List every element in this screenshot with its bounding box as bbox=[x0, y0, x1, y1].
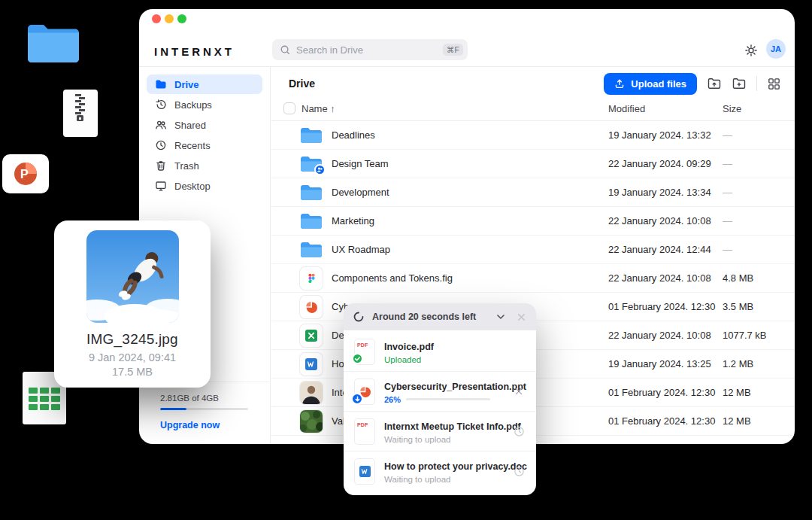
file-size: 12 MB bbox=[723, 387, 751, 398]
content-header: Drive Upload files bbox=[271, 67, 795, 100]
powerpoint-file-icon bbox=[300, 296, 323, 318]
storage-usage-label: 2.81GB of 4GB bbox=[160, 394, 248, 403]
upload-item[interactable]: Cybersecurity_Presentation.ppt 26% bbox=[344, 371, 536, 411]
file-name: Components and Tokens.fig bbox=[332, 272, 453, 284]
sidebar-item[interactable]: Trash bbox=[147, 156, 262, 175]
recents-icon bbox=[155, 139, 167, 151]
excel-file-icon bbox=[300, 324, 323, 347]
upload-progress-popup: Around 20 seconds left bbox=[344, 303, 536, 495]
image-filename: IMG_3245.jpg bbox=[54, 331, 211, 348]
internxt-logo: INTERNXT bbox=[154, 45, 235, 58]
sidebar-item-label: Trash bbox=[174, 160, 199, 172]
file-name: Design Team bbox=[332, 158, 389, 169]
table-row[interactable]: Design Team 22 January 2024. 09:29 — bbox=[271, 150, 795, 178]
upload-file-name: Invoice.pdf bbox=[384, 342, 434, 352]
table-row[interactable]: Development 19 January 2024. 13:34 — bbox=[271, 178, 795, 207]
file-name: Marketing bbox=[332, 215, 374, 227]
column-header-modified[interactable]: Modified bbox=[608, 103, 645, 114]
file-name: Deadlines bbox=[332, 129, 375, 141]
file-size: — bbox=[723, 187, 732, 198]
backups-icon bbox=[155, 99, 167, 111]
file-size: 1.2 MB bbox=[723, 358, 753, 369]
sidebar-item[interactable]: Shared bbox=[147, 115, 262, 135]
file-size: 12 MB bbox=[723, 415, 751, 427]
word-file-icon bbox=[355, 459, 374, 484]
select-all-checkbox[interactable] bbox=[283, 102, 295, 114]
file-modified: 19 January 2024. 13:34 bbox=[608, 187, 711, 198]
table-header: Name ↑ Modified Size bbox=[271, 100, 795, 120]
content-actions: Upload files bbox=[604, 73, 781, 95]
file-modified: 22 January 2024. 10:08 bbox=[608, 330, 711, 341]
folder-upload-icon bbox=[707, 76, 722, 91]
folder-icon bbox=[300, 241, 323, 259]
folder-plus-icon bbox=[732, 76, 747, 91]
file-modified: 01 February 2024. 12:30 bbox=[608, 301, 715, 312]
image-preview-card[interactable]: IMG_3245.jpg 9 Jan 2024, 09:41 17.5 MB bbox=[54, 220, 211, 388]
floating-powerpoint-icon[interactable]: P bbox=[2, 154, 49, 193]
grid-view-button[interactable] bbox=[767, 77, 781, 91]
image-size: 17.5 MB bbox=[54, 366, 211, 378]
cancel-upload-button[interactable] bbox=[514, 386, 524, 397]
chevron-down-icon bbox=[495, 311, 507, 323]
sidebar-item[interactable]: Recents bbox=[147, 135, 262, 155]
file-modified: 22 January 2024. 12:44 bbox=[608, 244, 711, 255]
new-folder-button[interactable] bbox=[732, 76, 747, 91]
search-input[interactable]: Search in Drive ⌘F bbox=[272, 39, 468, 60]
upload-icon bbox=[614, 78, 625, 89]
avatar[interactable]: JA bbox=[766, 39, 786, 59]
collapse-popup-button[interactable] bbox=[495, 311, 507, 323]
sidebar-item[interactable]: Drive bbox=[147, 75, 262, 94]
sort-arrow-icon: ↑ bbox=[330, 103, 335, 114]
trash-icon bbox=[155, 160, 167, 172]
sidebar-item-label: Desktop bbox=[174, 181, 211, 192]
table-row[interactable]: Deadlines 19 January 2024. 13:32 — bbox=[271, 121, 795, 150]
canvas: P bbox=[0, 0, 812, 520]
shared-users-badge bbox=[314, 164, 326, 175]
upload-item[interactable]: How to protect your privacy.doc Waiting … bbox=[344, 451, 536, 491]
page-title: Drive bbox=[289, 78, 315, 90]
sidebar-item[interactable]: Backups bbox=[147, 95, 262, 114]
desktop-icon bbox=[155, 180, 167, 192]
table-row[interactable]: Marketing 22 January 2024. 10:08 — bbox=[271, 207, 795, 236]
sidebar-item-label: Backups bbox=[174, 99, 212, 111]
folder-icon bbox=[300, 126, 323, 144]
upload-file-name: How to protect your privacy.doc bbox=[384, 461, 527, 472]
file-size: — bbox=[723, 129, 732, 141]
sidebar-item-label: Recents bbox=[174, 140, 211, 151]
close-popup-button[interactable] bbox=[516, 312, 527, 323]
pdf-file-icon: PDF bbox=[355, 419, 374, 444]
file-modified: 22 January 2024. 10:08 bbox=[608, 215, 711, 227]
drive-folder-icon bbox=[155, 78, 167, 90]
search-shortcut-badge: ⌘F bbox=[443, 44, 463, 56]
waiting-clock-icon bbox=[514, 466, 525, 477]
settings-button[interactable] bbox=[744, 43, 759, 58]
upgrade-link[interactable]: Upgrade now bbox=[160, 420, 248, 430]
figma-file-icon bbox=[300, 267, 323, 290]
file-modified: 19 January 2024. 13:25 bbox=[608, 358, 711, 369]
sidebar-item-label: Drive bbox=[174, 79, 199, 90]
upload-item[interactable]: PDF Internxt Meetup Ticket Info.pdf Wait… bbox=[344, 411, 536, 451]
upload-time-remaining: Around 20 seconds left bbox=[372, 312, 486, 322]
upload-progress-bar bbox=[406, 398, 490, 400]
table-row[interactable]: UX Roadmap 22 January 2024. 12:44 — bbox=[271, 236, 795, 264]
column-header-name[interactable]: Name ↑ bbox=[301, 103, 335, 114]
search-placeholder: Search in Drive bbox=[296, 44, 443, 56]
upload-status: Waiting to upload bbox=[384, 435, 450, 444]
image-date: 9 Jan 2024, 09:41 bbox=[54, 351, 211, 363]
toolbar-divider bbox=[756, 76, 757, 91]
floating-folder-icon[interactable] bbox=[28, 23, 79, 65]
upload-files-button[interactable]: Upload files bbox=[604, 73, 697, 95]
upload-item[interactable]: PDF Invoice.pdf bbox=[344, 332, 536, 371]
table-row[interactable]: Components and Tokens.fig 22 January 202… bbox=[271, 264, 795, 293]
upload-status: 26% bbox=[384, 395, 401, 404]
upload-file-name: Internxt Meetup Ticket Info.pdf bbox=[384, 421, 521, 432]
sidebar-item-label: Shared bbox=[174, 120, 206, 131]
spinner-icon bbox=[353, 311, 365, 323]
column-header-size[interactable]: Size bbox=[723, 103, 741, 114]
photo-thumbnail-person bbox=[300, 382, 323, 404]
floating-zip-icon[interactable] bbox=[63, 90, 98, 137]
sidebar-item[interactable]: Desktop bbox=[147, 176, 262, 196]
grid-view-icon bbox=[767, 77, 781, 91]
upload-folder-button[interactable] bbox=[707, 76, 722, 91]
file-name: Development bbox=[332, 187, 389, 198]
